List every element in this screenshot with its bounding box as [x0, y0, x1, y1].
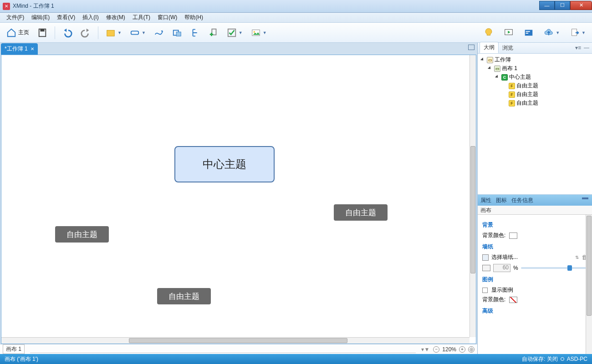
menu-tools[interactable]: 工具(T) — [130, 13, 153, 22]
tab-label: *工作簿 1 — [5, 45, 28, 53]
toolbar: 主页 ▼ ▼ ▼ ▼ ▼ ▼ — [0, 23, 592, 43]
tab-browse[interactable]: 浏览 — [499, 43, 517, 53]
free-topic-2[interactable]: 自由主题 — [157, 288, 211, 304]
free-topic-3[interactable]: 自由主题 — [334, 204, 388, 221]
tree-sheet[interactable]: ▭画布 1 — [479, 64, 591, 73]
status-left: 画布 ('画布 1') — [5, 355, 38, 363]
app-logo-icon: ✕ — [3, 3, 10, 10]
present-button[interactable] — [502, 26, 515, 40]
panel-menu-icon[interactable]: ▾≡ — [575, 45, 581, 51]
tree-center[interactable]: C中心主题 — [479, 73, 591, 81]
status-autosave: 自动保存: 关闭 — [522, 355, 558, 363]
wallpaper-select[interactable]: 选择墙纸... — [491, 253, 518, 261]
canvas-area[interactable]: 中心主题 自由主题 自由主题 自由主题 — [1, 55, 476, 344]
sheet-name[interactable]: 画布 1 — [3, 344, 25, 354]
boundary-button[interactable] — [170, 26, 184, 40]
side-panel: 大纲 浏览 ▾≡— ▭工作簿 ▭画布 1 C中心主题 F自由主题 F自由主题 F… — [477, 43, 592, 354]
outline-tabstrip: 大纲 浏览 ▾≡— — [478, 43, 592, 54]
insert-button[interactable] — [207, 26, 220, 40]
export-button[interactable]: ▼ — [568, 26, 587, 40]
show-legend-label: 显示图例 — [491, 286, 513, 294]
idea-button[interactable] — [482, 26, 495, 40]
properties-subtitle: 画布 — [478, 206, 592, 215]
opacity-swatch — [482, 265, 490, 271]
window-title: XMind - 工作簿 1 — [13, 2, 54, 10]
save-button[interactable] — [36, 26, 49, 40]
opacity-pct: % — [513, 265, 518, 271]
topic-button[interactable]: ▼ — [128, 26, 148, 40]
redo-button[interactable] — [79, 26, 92, 40]
minimize-button[interactable]: — — [539, 1, 555, 10]
menu-modify[interactable]: 修改(M) — [103, 13, 128, 22]
svg-rect-13 — [526, 33, 529, 34]
status-host: ASD-PC — [567, 356, 587, 362]
show-legend-checkbox[interactable] — [482, 288, 488, 293]
home-label: 主页 — [18, 29, 29, 36]
properties-minimize-icon[interactable] — [582, 197, 588, 199]
close-button[interactable]: ✕ — [570, 1, 592, 10]
tab-close-icon[interactable]: ✕ — [31, 46, 34, 51]
gantt-button[interactable] — [522, 26, 536, 40]
section-wallpaper: 墙纸 — [482, 243, 587, 251]
canvas-hscrollbar[interactable] — [1, 337, 470, 344]
outline-tree[interactable]: ▭工作簿 ▭画布 1 C中心主题 F自由主题 F自由主题 F自由主题 — [478, 54, 592, 195]
canvas-statusbar: 画布 1 ▾▼ − 120% + ◎ — [0, 344, 477, 354]
titlebar: ✕ XMind - 工作簿 1 — ☐ ✕ — [0, 0, 592, 13]
section-legend: 图例 — [482, 276, 587, 283]
home-button[interactable]: 主页 — [5, 26, 31, 40]
menu-view[interactable]: 查看(V) — [54, 13, 78, 22]
svg-rect-2 — [107, 30, 115, 36]
tab-outline[interactable]: 大纲 — [480, 42, 499, 53]
svg-rect-3 — [131, 31, 139, 34]
zoom-in-button[interactable]: + — [459, 346, 465, 353]
tree-free-3[interactable]: F自由主题 — [479, 99, 591, 107]
image-button[interactable]: ▼ — [249, 26, 269, 40]
zoom-out-button[interactable]: − — [433, 346, 439, 353]
statusbar: 画布 ('画布 1') 自动保存: 关闭 ASD-PC — [0, 354, 592, 364]
document-tabs: *工作簿 1 ✕ — [0, 43, 477, 55]
cloud-button[interactable]: ▼ — [542, 26, 561, 40]
tree-free-1[interactable]: F自由主题 — [479, 81, 591, 90]
opacity-value[interactable]: 60 — [493, 264, 510, 272]
properties-tabstrip: 属性 图标 任务信息 — [478, 195, 592, 206]
maximize-editor-icon[interactable] — [468, 45, 475, 50]
menu-file[interactable]: 文件(F) — [4, 13, 27, 22]
maximize-button[interactable]: ☐ — [555, 1, 570, 10]
tab-taskinfo[interactable]: 任务信息 — [511, 197, 533, 204]
menu-help[interactable]: 帮助(H) — [182, 13, 206, 22]
tab-workbook-1[interactable]: *工作簿 1 ✕ — [1, 43, 38, 55]
canvas-vscrollbar[interactable] — [470, 55, 476, 337]
section-advanced: 高级 — [482, 307, 587, 315]
menubar: 文件(F) 编辑(E) 查看(V) 插入(I) 修改(M) 工具(T) 窗口(W… — [0, 13, 592, 23]
zoom-fit-button[interactable]: ◎ — [468, 346, 475, 353]
status-dot-icon — [561, 357, 564, 361]
properties-scrollbar[interactable] — [586, 215, 592, 354]
filter-icon[interactable]: ▾▼ — [421, 346, 429, 353]
task-button[interactable]: ▼ — [225, 26, 245, 40]
svg-rect-12 — [526, 31, 530, 32]
properties-panel: 属性 图标 任务信息 画布 背景 背景颜色: 墙纸 选择墙纸... ⇅ 🗑 — [478, 195, 592, 354]
free-topic-1[interactable]: 自由主题 — [55, 226, 109, 243]
wallpaper-updown-icon[interactable]: ⇅ — [575, 255, 579, 260]
legend-bg-swatch[interactable] — [509, 297, 517, 303]
bg-color-swatch[interactable] — [509, 233, 517, 239]
menu-insert[interactable]: 插入(I) — [80, 13, 101, 22]
tab-properties[interactable]: 属性 — [480, 197, 491, 204]
zoom-value[interactable]: 120% — [442, 346, 456, 353]
svg-rect-1 — [40, 29, 44, 31]
bg-color-label: 背景颜色: — [482, 232, 505, 239]
new-sheet-button[interactable]: ▼ — [104, 26, 123, 40]
undo-button[interactable] — [61, 26, 74, 40]
menu-edit[interactable]: 编辑(E) — [29, 13, 52, 22]
menu-window[interactable]: 窗口(W) — [155, 13, 180, 22]
panel-min-icon[interactable]: — — [584, 45, 589, 51]
summary-button[interactable] — [189, 26, 202, 40]
tab-icons[interactable]: 图标 — [496, 197, 507, 204]
tree-workbook[interactable]: ▭工作簿 — [479, 56, 591, 64]
relationship-button[interactable] — [152, 26, 166, 40]
central-topic[interactable]: 中心主题 — [174, 146, 275, 182]
svg-point-9 — [253, 31, 255, 33]
opacity-slider[interactable] — [521, 267, 587, 269]
section-background: 背景 — [482, 221, 587, 229]
tree-free-2[interactable]: F自由主题 — [479, 90, 591, 99]
